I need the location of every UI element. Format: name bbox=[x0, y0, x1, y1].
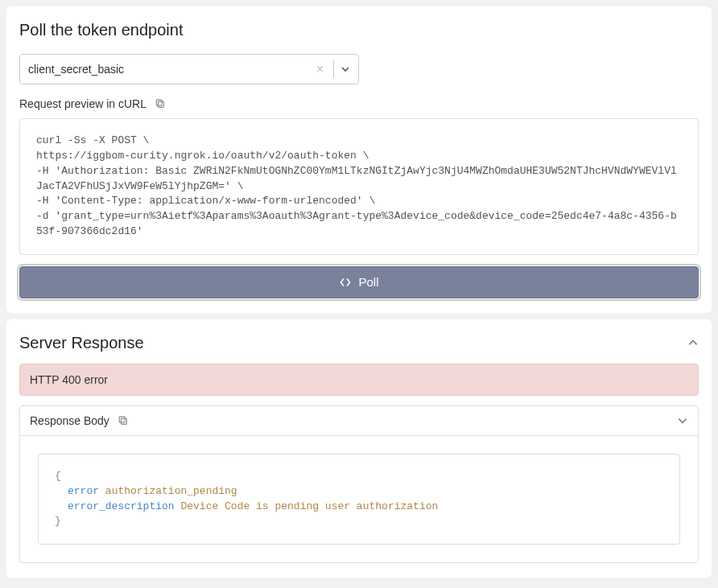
svg-rect-1 bbox=[156, 100, 162, 105]
server-response-panel: Server Response HTTP 400 error Response … bbox=[6, 319, 712, 578]
error-text: HTTP 400 error bbox=[30, 373, 108, 386]
chevron-down-icon[interactable] bbox=[677, 415, 688, 426]
preview-label-row: Request preview in cURL bbox=[19, 97, 699, 110]
curl-preview: curl -Ss -X POST \ https://iggbom-curity… bbox=[19, 118, 699, 255]
select-divider bbox=[333, 60, 334, 78]
response-body-header[interactable]: Response Body bbox=[19, 405, 699, 436]
json-key-desc: error_description bbox=[68, 500, 175, 512]
auth-method-select[interactable]: client_secret_basic × bbox=[19, 54, 359, 84]
poll-token-panel: Poll the token endpoint client_secret_ba… bbox=[6, 6, 712, 313]
clear-icon[interactable]: × bbox=[312, 63, 328, 76]
select-value: client_secret_basic bbox=[28, 63, 312, 76]
poll-button[interactable]: Poll bbox=[19, 266, 699, 298]
svg-rect-0 bbox=[158, 101, 163, 107]
poll-panel-title: Poll the token endpoint bbox=[19, 21, 699, 39]
response-body-label: Response Body bbox=[30, 414, 109, 427]
chevron-down-icon[interactable] bbox=[339, 63, 352, 76]
http-error-banner: HTTP 400 error bbox=[19, 364, 699, 396]
json-response: { error authorization_pending error_desc… bbox=[38, 454, 680, 545]
json-val-desc: Device Code is pending user authorizatio… bbox=[180, 500, 438, 512]
json-key-error: error bbox=[68, 485, 99, 497]
code-icon bbox=[339, 276, 352, 289]
json-val-error: authorization_pending bbox=[105, 485, 237, 497]
copy-icon[interactable] bbox=[118, 415, 129, 426]
copy-icon[interactable] bbox=[155, 98, 166, 109]
response-body-content: { error authorization_pending error_desc… bbox=[19, 436, 699, 563]
preview-label: Request preview in cURL bbox=[19, 97, 146, 110]
svg-rect-3 bbox=[119, 417, 125, 422]
response-panel-title: Server Response bbox=[19, 334, 144, 352]
response-panel-header: Server Response bbox=[19, 334, 699, 352]
chevron-up-icon[interactable] bbox=[687, 337, 699, 348]
poll-button-label: Poll bbox=[358, 275, 378, 289]
svg-rect-2 bbox=[121, 418, 126, 424]
